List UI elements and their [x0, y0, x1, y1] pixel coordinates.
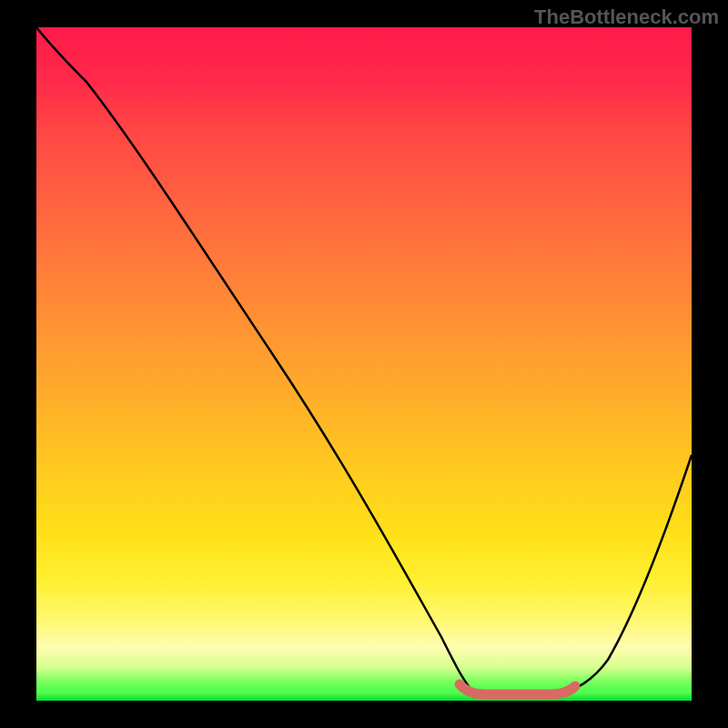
minimum-marker — [460, 684, 575, 694]
chart-curve-svg — [36, 27, 692, 701]
chart-plot-area — [36, 27, 692, 701]
bottleneck-curve — [36, 27, 692, 694]
watermark-text: TheBottleneck.com — [534, 5, 719, 29]
